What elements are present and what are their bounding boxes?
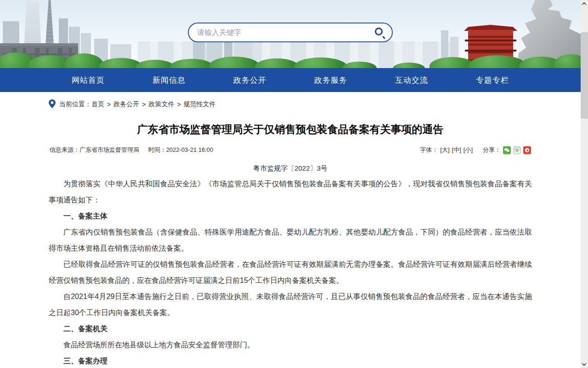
nav-item-disclosure[interactable]: 政务公开 — [230, 72, 270, 88]
share-wechat-icon[interactable] — [503, 146, 511, 154]
font-size-label: 字体： — [420, 146, 438, 154]
scrollbar-up-button[interactable] — [581, 0, 588, 7]
search-bar — [188, 23, 393, 42]
nav-item-interact[interactable]: 互动交流 — [391, 72, 432, 88]
breadcrumb-separator: > — [142, 101, 146, 108]
breadcrumb: 当前位置： 首页 > 政务公开 > 政策文件 > 规范性文件 — [49, 99, 532, 109]
article-meta-right: 字体： [大] [中] [小] 分享： ★ — [420, 146, 531, 154]
search-icon-handle — [382, 35, 385, 39]
page-viewport: 网站首页 新闻信息 政务公开 政务服务 互动交流 专题专栏 当前位置： 首页 >… — [0, 0, 581, 368]
nav-item-topics[interactable]: 专题专栏 — [472, 72, 513, 88]
article-title: 广东省市场监督管理局关于仅销售预包装食品备案有关事项的通告 — [49, 122, 532, 137]
main-content: 当前位置： 首页 > 政务公开 > 政策文件 > 规范性文件 广东省市场监督管理… — [49, 99, 532, 368]
breadcrumb-separator: > — [107, 101, 111, 108]
font-size-medium-button[interactable]: [中] — [452, 146, 461, 154]
vertical-scrollbar[interactable] — [581, 0, 588, 368]
article-meta: 信息来源：广东省市场监督管理局 时间：2022-03-21 16:00 字体： … — [49, 146, 532, 154]
breadcrumb-home[interactable]: 首页 — [91, 100, 104, 109]
chevron-up-icon — [582, 2, 587, 7]
breadcrumb-normative[interactable]: 规范性文件 — [184, 100, 216, 109]
section-heading: 三、备案办理 — [49, 353, 532, 368]
scrollbar-thumb[interactable] — [581, 32, 588, 119]
header-banner — [0, 0, 581, 68]
breadcrumb-label: 当前位置： — [59, 100, 91, 109]
share-weibo-icon[interactable] — [523, 146, 531, 154]
breadcrumb-separator: > — [177, 101, 181, 108]
location-pin-icon — [49, 99, 56, 109]
article-source: 信息来源：广东省市场监督管理局 — [50, 146, 139, 153]
paragraph: 自2021年4月29日至本通告施行之日前，已取得营业执照、未取得食品经营许可，且… — [49, 288, 532, 321]
breadcrumb-policy[interactable]: 政策文件 — [148, 100, 174, 109]
document-number: 粤市监规字〔2022〕3号 — [49, 164, 532, 173]
search-icon — [375, 28, 383, 35]
font-size-large-button[interactable]: [大] — [440, 146, 449, 154]
section-heading: 一、备案主体 — [49, 208, 532, 224]
nav-item-news[interactable]: 新闻信息 — [149, 72, 189, 88]
font-size-small-button[interactable]: [小] — [464, 146, 473, 154]
article-time: 时间：2022-03-21 16:00 — [148, 146, 214, 153]
paragraph: 广东省内仅销售预包装食品（含保健食品、特殊医学用途配方食品、婴幼儿配方乳粉、其他… — [49, 224, 532, 256]
article-body: 为贯彻落实《中华人民共和国食品安全法》《市场监管总局关于仅销售预包装食品备案有关… — [49, 176, 532, 368]
nav-item-home[interactable]: 网站首页 — [68, 72, 108, 88]
section-heading: 二、备案机关 — [49, 321, 532, 337]
nav-item-services[interactable]: 政务服务 — [311, 72, 351, 88]
article-meta-left: 信息来源：广东省市场监督管理局 时间：2022-03-21 16:00 — [50, 146, 213, 154]
main-nav: 网站首页 新闻信息 政务公开 政务服务 互动交流 专题专栏 — [0, 68, 581, 92]
share-label: 分享： — [483, 146, 501, 154]
paragraph: 食品经营场所所在地县级以上地方食品安全监督管理部门。 — [49, 337, 532, 353]
paragraph: 已经取得食品经营许可证的仅销售预包装食品经营者，在食品经营许可证有效期届满前无需… — [49, 256, 532, 288]
search-button[interactable] — [373, 26, 386, 39]
search-input[interactable] — [197, 29, 373, 37]
share-qzone-icon[interactable]: ★ — [513, 146, 521, 154]
scrollbar-down-button[interactable] — [581, 361, 588, 368]
paragraph: 为贯彻落实《中华人民共和国食品安全法》《市场监管总局关于仅销售预包装食品备案有关… — [49, 176, 532, 208]
chevron-down-icon — [582, 362, 587, 366]
breadcrumb-disclosure[interactable]: 政务公开 — [113, 100, 139, 109]
